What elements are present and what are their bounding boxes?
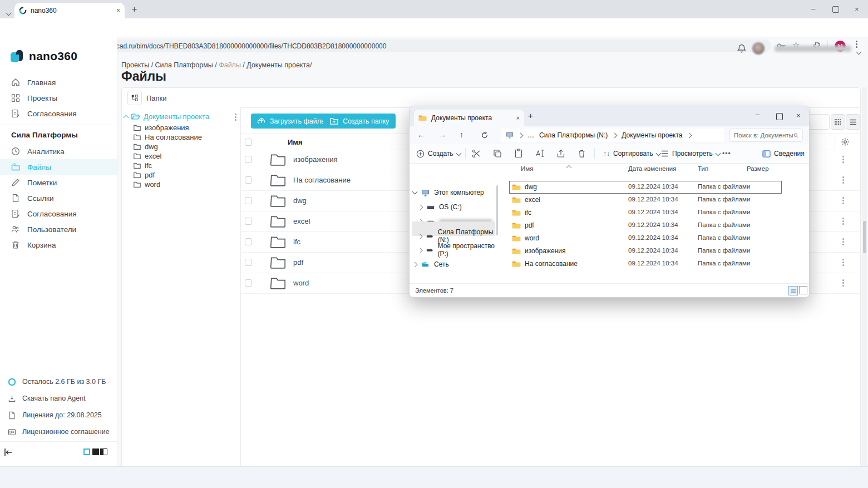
sidebar-item-files[interactable]: Файлы bbox=[0, 159, 117, 175]
simple-view-button[interactable] bbox=[846, 114, 860, 130]
breadcrumb-ellipsis[interactable]: … bbox=[527, 131, 534, 139]
collapse-chevron-icon[interactable] bbox=[124, 115, 129, 120]
breadcrumb[interactable]: Проекты / Сила Платформы / Файлы / Докум… bbox=[121, 61, 312, 69]
browser-restore-button[interactable] bbox=[832, 6, 839, 13]
tree-item[interactable]: word bbox=[134, 180, 202, 189]
explorer-close-button[interactable]: × bbox=[796, 111, 801, 120]
row-checkbox[interactable] bbox=[245, 156, 252, 163]
download-agent-link[interactable]: Скачать nano Agent bbox=[0, 391, 117, 406]
explorer-minimize-button[interactable]: – bbox=[756, 110, 760, 119]
upload-files-button[interactable]: Загрузить файлы bbox=[251, 114, 333, 129]
explorer-row[interactable]: word bbox=[512, 232, 539, 244]
nano360-logo[interactable]: nano360 bbox=[10, 49, 77, 63]
delete-icon[interactable] bbox=[578, 149, 586, 158]
tab-search-icon[interactable] bbox=[7, 7, 11, 17]
explorer-maximize-button[interactable] bbox=[776, 113, 783, 120]
explorer-row[interactable]: dwg bbox=[512, 181, 537, 193]
explorer-search-box[interactable]: Поиск в: Документы bbox=[729, 129, 803, 142]
tree-item[interactable]: изображения bbox=[134, 123, 202, 132]
explorer-tab[interactable]: Документы проекта × bbox=[414, 110, 524, 126]
theme-toggle-mixed[interactable] bbox=[100, 448, 107, 455]
row-checkbox[interactable] bbox=[245, 238, 252, 245]
explorer-tab-close-icon[interactable]: × bbox=[516, 115, 520, 121]
tree-item[interactable]: ifc bbox=[134, 161, 202, 170]
col-name[interactable]: Имя bbox=[521, 165, 533, 172]
column-settings-gear-icon[interactable] bbox=[841, 137, 850, 146]
row-menu-icon[interactable] bbox=[842, 176, 844, 184]
scrollbar-thumb[interactable] bbox=[863, 221, 866, 253]
theme-toggle-light[interactable] bbox=[83, 448, 90, 455]
name-column-header[interactable]: Имя bbox=[288, 138, 303, 146]
nav-this-pc[interactable]: Этот компьютер bbox=[413, 185, 484, 200]
sort-button[interactable]: ↑↓ Сортировать bbox=[603, 144, 660, 163]
license-agreement-link[interactable]: Лицензионное соглашение bbox=[0, 425, 117, 439]
sidebar-item-approvals[interactable]: Согласования bbox=[0, 106, 117, 121]
details-pane-button[interactable]: Сведения bbox=[762, 144, 805, 163]
col-size[interactable]: Размер bbox=[747, 165, 769, 172]
col-date[interactable]: Дата изменения bbox=[628, 165, 676, 172]
folders-tree-button[interactable] bbox=[127, 91, 142, 105]
explorer-new-tab-button[interactable]: + bbox=[528, 111, 533, 120]
nav-drive-c[interactable]: OS (C:) bbox=[418, 200, 462, 214]
explorer-row[interactable]: изображения bbox=[512, 245, 566, 257]
nav-scrollbar[interactable] bbox=[496, 185, 498, 235]
sidebar-item-analytics[interactable]: Аналитика bbox=[0, 144, 117, 159]
copy-icon[interactable] bbox=[493, 149, 502, 158]
create-folder-button[interactable]: Создать папку bbox=[323, 114, 396, 129]
explorer-breadcrumb[interactable]: … Сила Платформы (N:) Документы проекта bbox=[501, 129, 724, 142]
share-icon[interactable] bbox=[556, 149, 565, 158]
explorer-titlebar[interactable]: Документы проекта × + – × bbox=[410, 106, 809, 126]
explorer-refresh-icon[interactable] bbox=[481, 131, 489, 139]
select-all-checkbox[interactable] bbox=[245, 139, 252, 146]
sidebar-item-agreements[interactable]: Согласования bbox=[0, 206, 117, 221]
browser-minimize-button[interactable]: – bbox=[811, 4, 815, 13]
detailed-view-button[interactable] bbox=[831, 114, 845, 130]
explorer-forward-icon[interactable]: → bbox=[438, 130, 446, 139]
row-menu-icon[interactable] bbox=[842, 218, 844, 225]
explorer-up-icon[interactable]: ↑ bbox=[460, 130, 463, 139]
row-checkbox[interactable] bbox=[245, 279, 252, 287]
row-menu-icon[interactable] bbox=[842, 279, 844, 287]
tree-item[interactable]: dwg bbox=[134, 142, 202, 151]
user-menu-chevron-icon[interactable] bbox=[857, 46, 861, 56]
row-checkbox[interactable] bbox=[245, 259, 252, 266]
col-type[interactable]: Тип bbox=[698, 165, 708, 172]
row-checkbox[interactable] bbox=[245, 197, 252, 204]
row-menu-icon[interactable] bbox=[842, 259, 844, 266]
more-options-button[interactable]: ••• bbox=[722, 144, 731, 163]
new-tab-button[interactable]: + bbox=[132, 4, 137, 14]
sidebar-item-marks[interactable]: Пометки bbox=[0, 175, 117, 190]
explorer-row[interactable]: excel bbox=[512, 194, 540, 206]
cut-icon[interactable] bbox=[472, 149, 481, 158]
rename-icon[interactable] bbox=[535, 149, 545, 157]
sidebar-item-trash[interactable]: Корзина bbox=[0, 237, 117, 253]
status-thumbnail-view-button[interactable] bbox=[799, 286, 807, 294]
omnibox[interactable]: nano360.nanocad.ru/bim/docs/THBED803A3D8… bbox=[56, 40, 771, 52]
explorer-row[interactable]: На согласование bbox=[512, 258, 578, 270]
tree-item[interactable]: excel bbox=[134, 151, 202, 161]
sidebar-item-home[interactable]: Главная bbox=[0, 75, 117, 90]
tree-root-menu-icon[interactable] bbox=[235, 114, 236, 121]
row-menu-icon[interactable] bbox=[842, 197, 844, 204]
sidebar-item-links[interactable]: Ссылки bbox=[0, 190, 117, 206]
row-checkbox[interactable] bbox=[245, 218, 252, 225]
nav-network[interactable]: Сеть bbox=[413, 257, 449, 272]
sidebar-item-projects[interactable]: Проекты bbox=[0, 90, 117, 106]
user-avatar[interactable] bbox=[752, 42, 765, 55]
row-menu-icon[interactable] bbox=[842, 156, 844, 163]
nav-drive-p[interactable]: Мое пространство (P:) bbox=[418, 243, 499, 257]
tree-item[interactable]: На согласование bbox=[134, 132, 202, 142]
collapse-sidebar-icon[interactable] bbox=[3, 447, 13, 457]
row-checkbox[interactable] bbox=[245, 176, 252, 184]
new-button[interactable]: Создать bbox=[416, 144, 461, 163]
notifications-bell-icon[interactable] bbox=[737, 44, 746, 53]
nav-drive-n[interactable]: Сила Платформы (N:) bbox=[418, 229, 499, 243]
row-menu-icon[interactable] bbox=[842, 238, 844, 245]
browser-tab[interactable]: nano360 × bbox=[14, 3, 125, 18]
theme-toggle-dark[interactable] bbox=[92, 448, 99, 455]
explorer-row[interactable]: pdf bbox=[512, 219, 534, 231]
sidebar-item-users[interactable]: Пользователи bbox=[0, 221, 117, 237]
breadcrumb-drive[interactable]: Сила Платформы (N:) bbox=[539, 131, 608, 139]
page-scrollbar[interactable] bbox=[862, 87, 867, 466]
breadcrumb-folder[interactable]: Документы проекта bbox=[622, 131, 682, 139]
